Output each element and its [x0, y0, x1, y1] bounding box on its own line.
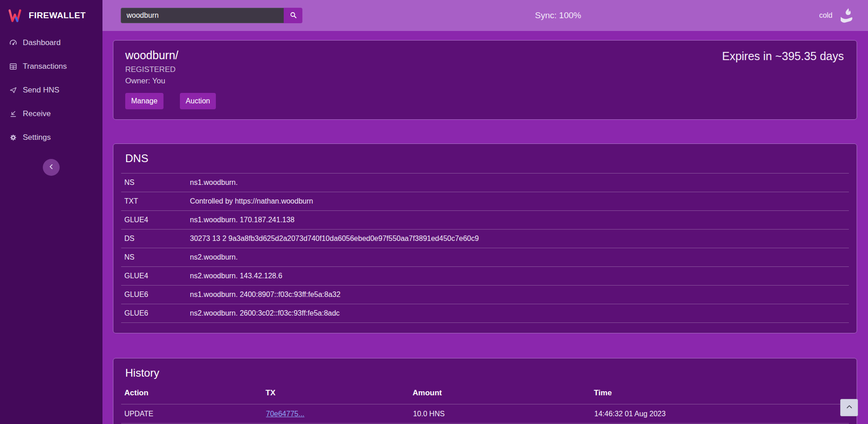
- main-column: Sync: 100% cold woodburn/ REGISTERED Own…: [102, 0, 868, 424]
- dns-record-value: ns2.woodburn. 143.42.128.6: [189, 267, 849, 286]
- history-col-amount: Amount: [413, 388, 594, 404]
- auction-button[interactable]: Auction: [180, 93, 216, 109]
- search-input[interactable]: [121, 8, 284, 23]
- history-title: History: [113, 367, 857, 379]
- dns-record-type: GLUE4: [121, 211, 189, 230]
- dns-record-type: DS: [121, 230, 189, 248]
- sidebar-item-label: Send HNS: [23, 86, 59, 95]
- app-root: FIREWALLET Dashboard Transactions: [0, 0, 868, 424]
- receive-icon: [9, 110, 17, 118]
- dns-record-value: ns2.woodburn.: [189, 248, 849, 267]
- history-header-row: Action TX Amount Time: [121, 388, 849, 404]
- history-col-action: Action: [121, 388, 266, 404]
- dns-record-value: Controlled by https://nathan.woodburn: [189, 192, 849, 211]
- domain-status: REGISTERED: [125, 65, 845, 74]
- sidebar-item-receive[interactable]: Receive: [0, 102, 102, 126]
- fire-hand-icon[interactable]: [837, 8, 856, 23]
- sidebar: FIREWALLET Dashboard Transactions: [0, 0, 102, 424]
- sidebar-item-send-hns[interactable]: Send HNS: [0, 78, 102, 102]
- dns-record-type: GLUE4: [121, 267, 189, 286]
- dns-card: DNS NS ns1.woodburn. TXT Controlled by h…: [113, 143, 857, 333]
- gear-icon: [9, 133, 17, 142]
- dns-record-type: NS: [121, 248, 189, 267]
- sidebar-item-label: Transactions: [23, 62, 67, 71]
- sidebar-item-settings[interactable]: Settings: [0, 126, 102, 149]
- sidebar-item-dashboard[interactable]: Dashboard: [0, 31, 102, 55]
- dns-record-value: 30273 13 2 9a3a8fb3d625d2a2073d740f10da6…: [189, 230, 849, 248]
- dns-record-row: TXT Controlled by https://nathan.woodbur…: [121, 192, 849, 211]
- dns-record-value: ns1.woodburn.: [189, 174, 849, 192]
- dns-record-row: NS ns2.woodburn.: [121, 248, 849, 267]
- dns-table: NS ns1.woodburn. TXT Controlled by https…: [121, 173, 849, 323]
- topbar-right: cold: [819, 8, 856, 23]
- sync-status: Sync: 100%: [535, 10, 581, 20]
- domain-expiry: Expires in ~395.35 days: [722, 50, 844, 63]
- dns-record-row: DS 30273 13 2 9a3a8fb3d625d2a2073d740f10…: [121, 230, 849, 248]
- chevron-left-icon: [48, 163, 55, 172]
- dns-record-row: GLUE6 ns1.woodburn. 2400:8907::f03c:93ff…: [121, 286, 849, 304]
- sidebar-item-label: Receive: [23, 109, 51, 118]
- send-icon: [9, 86, 17, 94]
- history-time: 14:46:32 01 Aug 2023: [594, 404, 849, 424]
- dns-record-type: GLUE6: [121, 286, 189, 304]
- dns-record-row: NS ns1.woodburn.: [121, 174, 849, 192]
- sidebar-item-label: Dashboard: [23, 38, 61, 47]
- domain-actions: Manage Auction: [125, 93, 845, 109]
- content: woodburn/ REGISTERED Owner: You Manage A…: [102, 31, 868, 424]
- history-col-tx: TX: [266, 388, 413, 404]
- dns-title: DNS: [113, 152, 857, 165]
- topbar: Sync: 100% cold: [102, 0, 868, 31]
- history-action: UPDATE: [121, 404, 266, 424]
- dns-record-row: GLUE4 ns1.woodburn. 170.187.241.138: [121, 211, 849, 230]
- dns-record-type: GLUE6: [121, 304, 189, 323]
- history-card: History Action TX Amount Time UPDATE: [113, 358, 857, 424]
- dns-record-row: GLUE4 ns2.woodburn. 143.42.128.6: [121, 267, 849, 286]
- history-row: UPDATE 70e64775... 10.0 HNS 14:46:32 01 …: [121, 404, 849, 424]
- brand[interactable]: FIREWALLET: [0, 0, 102, 31]
- firewallet-logo-icon: [8, 9, 24, 22]
- search-icon: [289, 11, 297, 20]
- wallet-name: cold: [819, 11, 832, 20]
- history-amount: 10.0 HNS: [413, 404, 594, 424]
- dns-record-row: GLUE6 ns2.woodburn. 2600:3c02::f03c:93ff…: [121, 304, 849, 323]
- chevron-up-icon: [846, 404, 853, 412]
- history-table: Action TX Amount Time UPDATE 70e64775...…: [121, 388, 849, 424]
- search-button[interactable]: [284, 8, 302, 23]
- brand-name: FIREWALLET: [29, 10, 86, 20]
- history-col-time: Time: [594, 388, 849, 404]
- domain-owner: Owner: You: [125, 77, 845, 86]
- search-group: [121, 8, 302, 23]
- dns-record-value: ns2.woodburn. 2600:3c02::f03c:93ff:fe5a:…: [189, 304, 849, 323]
- gauge-icon: [9, 39, 17, 47]
- sidebar-collapse-button[interactable]: [43, 159, 60, 176]
- manage-button[interactable]: Manage: [125, 93, 163, 109]
- domain-card: woodburn/ REGISTERED Owner: You Manage A…: [113, 40, 857, 120]
- dns-record-type: TXT: [121, 192, 189, 211]
- dns-record-value: ns1.woodburn. 170.187.241.138: [189, 211, 849, 230]
- sidebar-item-transactions[interactable]: Transactions: [0, 55, 102, 78]
- dns-record-type: NS: [121, 174, 189, 192]
- sidebar-item-label: Settings: [23, 133, 51, 142]
- tx-link[interactable]: 70e64775...: [266, 410, 305, 418]
- scroll-to-top-button[interactable]: [840, 399, 858, 416]
- sidebar-nav: Dashboard Transactions Send HNS: [0, 31, 102, 149]
- table-icon: [9, 62, 17, 71]
- dns-record-value: ns1.woodburn. 2400:8907::f03c:93ff:fe5a:…: [189, 286, 849, 304]
